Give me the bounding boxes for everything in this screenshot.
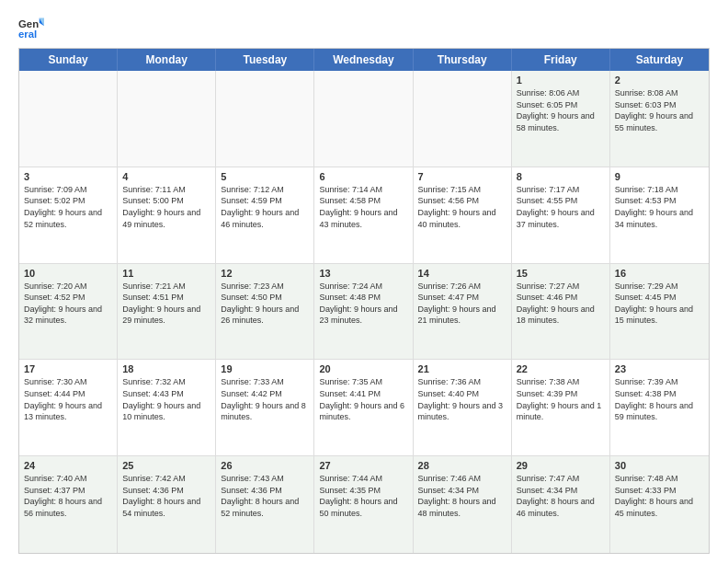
header-day-friday: Friday	[512, 49, 610, 71]
day-cell-30: 30Sunrise: 7:48 AMSunset: 4:33 PMDayligh…	[610, 456, 709, 553]
page-header: Gen eral	[18, 15, 710, 40]
day-info: Sunrise: 7:15 AMSunset: 4:56 PMDaylight:…	[418, 184, 506, 230]
day-cell-11: 11Sunrise: 7:21 AMSunset: 4:51 PMDayligh…	[118, 264, 216, 360]
day-cell-6: 6Sunrise: 7:14 AMSunset: 4:58 PMDaylight…	[314, 167, 413, 263]
day-number: 18	[122, 363, 210, 374]
day-cell-23: 23Sunrise: 7:39 AMSunset: 4:38 PMDayligh…	[610, 360, 709, 455]
day-cell-26: 26Sunrise: 7:43 AMSunset: 4:36 PMDayligh…	[216, 456, 314, 553]
day-info: Sunrise: 7:23 AMSunset: 4:50 PMDaylight:…	[221, 281, 309, 327]
day-cell-16: 16Sunrise: 7:29 AMSunset: 4:45 PMDayligh…	[610, 264, 709, 360]
day-number: 29	[517, 460, 605, 471]
header-day-monday: Monday	[118, 49, 216, 71]
day-number: 5	[221, 171, 309, 182]
day-number: 10	[24, 268, 112, 279]
day-info: Sunrise: 7:32 AMSunset: 4:43 PMDaylight:…	[122, 376, 210, 422]
day-cell-19: 19Sunrise: 7:33 AMSunset: 4:42 PMDayligh…	[216, 360, 314, 455]
day-cell-15: 15Sunrise: 7:27 AMSunset: 4:46 PMDayligh…	[512, 264, 610, 360]
day-info: Sunrise: 7:39 AMSunset: 4:38 PMDaylight:…	[615, 376, 704, 422]
day-info: Sunrise: 7:30 AMSunset: 4:44 PMDaylight:…	[24, 376, 112, 422]
day-info: Sunrise: 7:18 AMSunset: 4:53 PMDaylight:…	[615, 184, 704, 230]
day-number: 28	[418, 460, 506, 471]
day-info: Sunrise: 7:21 AMSunset: 4:51 PMDaylight:…	[122, 281, 210, 327]
day-cell-22: 22Sunrise: 7:38 AMSunset: 4:39 PMDayligh…	[512, 360, 610, 455]
day-cell-9: 9Sunrise: 7:18 AMSunset: 4:53 PMDaylight…	[610, 167, 709, 263]
day-number: 17	[24, 363, 112, 374]
logo-icon: Gen eral	[18, 15, 44, 40]
day-cell-8: 8Sunrise: 7:17 AMSunset: 4:55 PMDaylight…	[512, 167, 610, 263]
day-cell-5: 5Sunrise: 7:12 AMSunset: 4:59 PMDaylight…	[216, 167, 314, 263]
header-day-saturday: Saturday	[610, 49, 709, 71]
day-info: Sunrise: 7:43 AMSunset: 4:36 PMDaylight:…	[221, 473, 309, 519]
day-cell-27: 27Sunrise: 7:44 AMSunset: 4:35 PMDayligh…	[314, 456, 413, 553]
day-number: 15	[517, 268, 605, 279]
day-info: Sunrise: 7:26 AMSunset: 4:47 PMDaylight:…	[418, 281, 506, 327]
day-number: 16	[615, 268, 704, 279]
day-number: 3	[24, 171, 112, 182]
empty-cell-w0c2	[216, 71, 314, 167]
empty-cell-w0c1	[118, 71, 216, 167]
day-number: 25	[122, 460, 210, 471]
day-number: 24	[24, 460, 112, 471]
day-cell-21: 21Sunrise: 7:36 AMSunset: 4:40 PMDayligh…	[414, 360, 512, 455]
day-number: 9	[615, 171, 704, 182]
day-cell-17: 17Sunrise: 7:30 AMSunset: 4:44 PMDayligh…	[19, 360, 118, 455]
day-cell-1: 1Sunrise: 8:06 AMSunset: 6:05 PMDaylight…	[512, 71, 610, 167]
day-cell-12: 12Sunrise: 7:23 AMSunset: 4:50 PMDayligh…	[216, 264, 314, 360]
day-info: Sunrise: 7:46 AMSunset: 4:34 PMDaylight:…	[418, 473, 506, 519]
day-info: Sunrise: 8:06 AMSunset: 6:05 PMDaylight:…	[517, 87, 605, 133]
day-number: 12	[221, 268, 309, 279]
day-info: Sunrise: 7:14 AMSunset: 4:58 PMDaylight:…	[319, 184, 407, 230]
day-number: 26	[221, 460, 309, 471]
day-number: 1	[517, 75, 605, 86]
calendar: SundayMondayTuesdayWednesdayThursdayFrid…	[18, 48, 710, 554]
day-number: 30	[615, 460, 704, 471]
day-cell-25: 25Sunrise: 7:42 AMSunset: 4:36 PMDayligh…	[118, 456, 216, 553]
day-number: 11	[122, 268, 210, 279]
day-info: Sunrise: 7:33 AMSunset: 4:42 PMDaylight:…	[221, 376, 309, 422]
empty-cell-w0c3	[314, 71, 413, 167]
day-info: Sunrise: 7:44 AMSunset: 4:35 PMDaylight:…	[319, 473, 407, 519]
day-number: 7	[418, 171, 506, 182]
day-info: Sunrise: 7:11 AMSunset: 5:00 PMDaylight:…	[122, 184, 210, 230]
day-number: 8	[517, 171, 605, 182]
empty-cell-w0c4	[414, 71, 512, 167]
day-info: Sunrise: 8:08 AMSunset: 6:03 PMDaylight:…	[615, 87, 704, 133]
day-cell-13: 13Sunrise: 7:24 AMSunset: 4:48 PMDayligh…	[314, 264, 413, 360]
day-number: 23	[615, 363, 704, 374]
day-cell-10: 10Sunrise: 7:20 AMSunset: 4:52 PMDayligh…	[19, 264, 118, 360]
day-cell-18: 18Sunrise: 7:32 AMSunset: 4:43 PMDayligh…	[118, 360, 216, 455]
day-info: Sunrise: 7:17 AMSunset: 4:55 PMDaylight:…	[517, 184, 605, 230]
calendar-body: 1Sunrise: 8:06 AMSunset: 6:05 PMDaylight…	[19, 71, 709, 553]
week-row-4: 17Sunrise: 7:30 AMSunset: 4:44 PMDayligh…	[19, 360, 709, 456]
day-cell-2: 2Sunrise: 8:08 AMSunset: 6:03 PMDaylight…	[610, 71, 709, 167]
calendar-header: SundayMondayTuesdayWednesdayThursdayFrid…	[19, 49, 709, 71]
day-info: Sunrise: 7:47 AMSunset: 4:34 PMDaylight:…	[517, 473, 605, 519]
day-info: Sunrise: 7:36 AMSunset: 4:40 PMDaylight:…	[418, 376, 506, 422]
day-cell-14: 14Sunrise: 7:26 AMSunset: 4:47 PMDayligh…	[414, 264, 512, 360]
svg-text:eral: eral	[18, 29, 37, 40]
header-day-thursday: Thursday	[414, 49, 512, 71]
day-number: 19	[221, 363, 309, 374]
day-info: Sunrise: 7:35 AMSunset: 4:41 PMDaylight:…	[319, 376, 407, 422]
header-day-wednesday: Wednesday	[314, 49, 413, 71]
week-row-5: 24Sunrise: 7:40 AMSunset: 4:37 PMDayligh…	[19, 456, 709, 553]
header-day-sunday: Sunday	[19, 49, 118, 71]
day-info: Sunrise: 7:12 AMSunset: 4:59 PMDaylight:…	[221, 184, 309, 230]
day-info: Sunrise: 7:27 AMSunset: 4:46 PMDaylight:…	[517, 281, 605, 327]
day-number: 4	[122, 171, 210, 182]
week-row-3: 10Sunrise: 7:20 AMSunset: 4:52 PMDayligh…	[19, 264, 709, 361]
day-cell-20: 20Sunrise: 7:35 AMSunset: 4:41 PMDayligh…	[314, 360, 413, 455]
logo: Gen eral	[18, 15, 48, 40]
day-number: 20	[319, 363, 407, 374]
day-info: Sunrise: 7:38 AMSunset: 4:39 PMDaylight:…	[517, 376, 605, 422]
day-number: 21	[418, 363, 506, 374]
day-info: Sunrise: 7:40 AMSunset: 4:37 PMDaylight:…	[24, 473, 112, 519]
empty-cell-w0c0	[19, 71, 118, 167]
day-cell-7: 7Sunrise: 7:15 AMSunset: 4:56 PMDaylight…	[414, 167, 512, 263]
week-row-1: 1Sunrise: 8:06 AMSunset: 6:05 PMDaylight…	[19, 71, 709, 167]
week-row-2: 3Sunrise: 7:09 AMSunset: 5:02 PMDaylight…	[19, 167, 709, 264]
header-day-tuesday: Tuesday	[216, 49, 314, 71]
day-cell-24: 24Sunrise: 7:40 AMSunset: 4:37 PMDayligh…	[19, 456, 118, 553]
day-number: 6	[319, 171, 407, 182]
day-number: 2	[615, 75, 704, 86]
